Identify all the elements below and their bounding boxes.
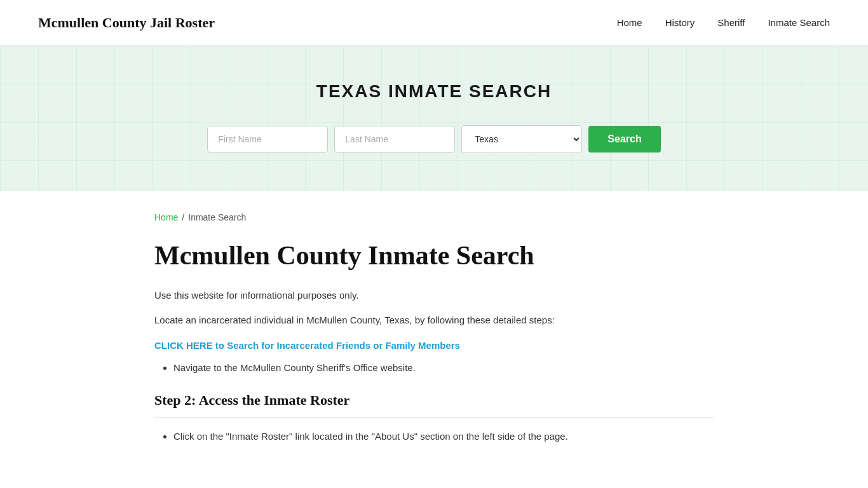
- last-name-input[interactable]: [334, 126, 455, 152]
- hero-heading: TEXAS INMATE SEARCH: [13, 78, 855, 106]
- nav-link-inmate-search[interactable]: Inmate Search: [768, 17, 830, 28]
- intro-paragraph-2: Locate an incarcerated individual in McM…: [154, 312, 714, 329]
- first-name-input[interactable]: [207, 126, 328, 152]
- breadcrumb: Home / Inmate Search: [154, 210, 714, 224]
- search-form: Texas Search: [13, 125, 855, 153]
- list-item: Navigate to the McMullen County Sheriff'…: [173, 360, 714, 376]
- breadcrumb-separator: /: [182, 210, 184, 224]
- site-title: Mcmullen County Jail Roster: [38, 11, 215, 34]
- step2-list: Click on the "Inmate Roster" link locate…: [173, 428, 714, 445]
- search-link[interactable]: CLICK HERE to Search for Incarcerated Fr…: [154, 340, 460, 351]
- site-header: Mcmullen County Jail Roster HomeHistoryS…: [0, 0, 868, 46]
- step2-divider: [154, 417, 714, 418]
- breadcrumb-home-link[interactable]: Home: [154, 210, 178, 224]
- list-item: Click on the "Inmate Roster" link locate…: [173, 428, 714, 445]
- step2-heading: Step 2: Access the Inmate Roster: [154, 389, 714, 411]
- intro-paragraph-1: Use this website for informational purpo…: [154, 287, 714, 304]
- hero-banner: TEXAS INMATE SEARCH Texas Search: [0, 46, 868, 191]
- nav-menu: HomeHistorySheriffInmate Search: [617, 15, 830, 31]
- page-title: Mcmullen County Inmate Search: [154, 240, 714, 271]
- state-select[interactable]: Texas: [461, 125, 582, 153]
- search-button[interactable]: Search: [588, 126, 660, 152]
- nav-link-home[interactable]: Home: [617, 17, 642, 28]
- step1-list: Navigate to the McMullen County Sheriff'…: [173, 360, 714, 376]
- breadcrumb-current: Inmate Search: [188, 210, 246, 224]
- nav-link-history[interactable]: History: [665, 17, 695, 28]
- main-nav: HomeHistorySheriffInmate Search: [617, 15, 830, 31]
- nav-link-sheriff[interactable]: Sheriff: [717, 17, 745, 28]
- main-content: Home / Inmate Search Mcmullen County Inm…: [129, 191, 739, 488]
